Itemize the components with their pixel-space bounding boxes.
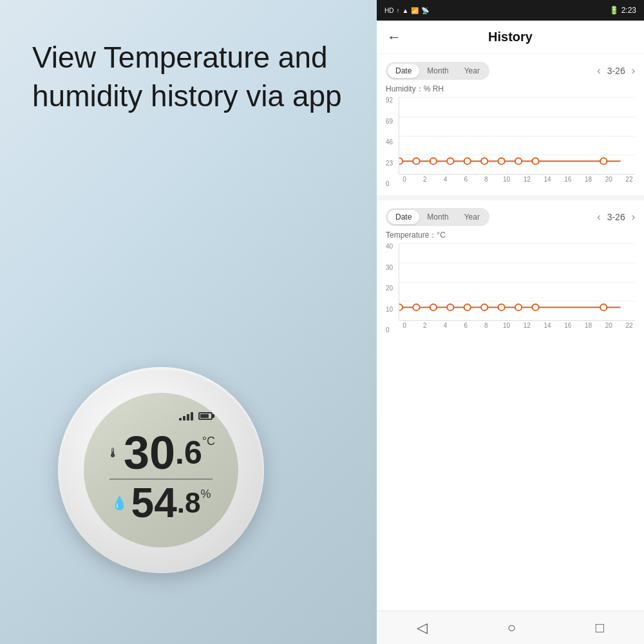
svg-point-18: [532, 304, 538, 310]
humidity-display: 💧 54 .8 %: [111, 482, 211, 524]
tab-year-temp[interactable]: Year: [457, 210, 488, 224]
humidity-x-axis: 0 2 4 6 8 10 12 14 16 18 20 22: [399, 176, 635, 183]
temperature-value: 30: [124, 430, 175, 476]
tx-16: 16: [564, 322, 573, 329]
app-header: ← History: [377, 21, 644, 54]
temperature-display: 🌡 30 .6 °C: [107, 430, 215, 476]
tab-month-temp[interactable]: Month: [419, 210, 456, 224]
temp-chart-grid: [399, 243, 635, 321]
tx-6: 6: [461, 322, 470, 329]
thermometer-icon: 🌡: [107, 446, 120, 460]
svg-point-8: [532, 158, 538, 164]
device-container: 🌡 30 .6 °C 💧 54 .8 %: [39, 348, 283, 592]
humidity-date-tabs[interactable]: Date Month Year: [386, 62, 489, 80]
tx-12: 12: [522, 322, 531, 329]
tx-2: 2: [421, 322, 430, 329]
recent-nav-button[interactable]: □: [596, 620, 604, 636]
ty-10: 10: [386, 307, 393, 313]
x-12: 12: [522, 176, 531, 183]
tx-18: 18: [583, 322, 592, 329]
x-8: 8: [482, 176, 491, 183]
temp-chart-controls: Date Month Year ‹ 3-26 ›: [386, 208, 635, 226]
back-button[interactable]: ←: [387, 29, 401, 46]
humidity-date-display: 3-26: [607, 66, 625, 76]
signal2-icon: 📶: [411, 7, 419, 14]
humidity-chart-grid: [399, 97, 635, 175]
x-6: 6: [461, 176, 470, 183]
temp-decimal: .6: [175, 437, 202, 469]
svg-point-11: [413, 304, 419, 310]
next-date-humidity[interactable]: ›: [632, 65, 635, 77]
signal1-icon: ↑: [396, 7, 399, 14]
tab-date-temp[interactable]: Date: [388, 210, 419, 224]
ty-40: 40: [386, 243, 393, 250]
hum-decimal: .8: [177, 489, 201, 517]
humidity-chart-area: 92 69 46 23 0: [399, 97, 635, 187]
wifi-icon: ▲: [402, 7, 408, 14]
x-4: 4: [440, 176, 450, 183]
svg-point-1: [413, 158, 419, 164]
device-outer: 🌡 30 .6 °C 💧 54 .8 %: [58, 367, 264, 573]
wifi2-icon: 📡: [421, 7, 429, 14]
hum-unit: %: [200, 488, 211, 501]
section-divider: [377, 195, 644, 200]
humidity-date-nav: ‹ 3-26 ›: [597, 65, 635, 77]
status-left: HD ↑ ▲ 📶 📡: [384, 7, 429, 14]
humidity-chart-controls: Date Month Year ‹ 3-26 ›: [386, 62, 635, 80]
left-panel: View Temperature and humidity history vi…: [0, 0, 380, 644]
y-label-69: 69: [386, 118, 393, 125]
x-22: 22: [625, 176, 634, 183]
bottom-nav: ◁ ○ □: [377, 611, 644, 644]
tx-20: 20: [604, 322, 613, 329]
tx-22: 22: [625, 322, 634, 329]
tab-date-humidity[interactable]: Date: [388, 64, 419, 78]
tab-year-humidity[interactable]: Year: [457, 64, 488, 78]
prev-date-temp[interactable]: ‹: [597, 211, 600, 223]
svg-point-6: [498, 158, 505, 164]
temp-y-axis: 40 30 20 10 0: [386, 243, 393, 334]
humidity-chart-label: Humidity：% RH: [386, 84, 635, 95]
svg-point-7: [515, 158, 522, 164]
svg-point-15: [481, 304, 488, 310]
temp-chart-area: 40 30 20 10 0: [399, 243, 635, 334]
tx-4: 4: [440, 322, 450, 329]
tx-14: 14: [543, 322, 552, 329]
temp-x-axis: 0 2 4 6 8 10 12 14 16 18 20 22: [399, 322, 635, 329]
battery-status-icon: 🔋: [609, 6, 619, 15]
temp-date-tabs[interactable]: Date Month Year: [386, 208, 489, 226]
status-bar: HD ↑ ▲ 📶 📡 🔋 2:23: [377, 0, 644, 21]
y-label-0: 0: [386, 181, 393, 187]
next-date-temp[interactable]: ›: [632, 211, 635, 223]
svg-point-16: [498, 304, 505, 310]
phone-screen: HD ↑ ▲ 📶 📡 🔋 2:23 ← History Date Month Y…: [377, 0, 644, 644]
app-title: History: [488, 30, 533, 44]
temp-unit: °C: [202, 435, 215, 448]
svg-point-4: [464, 158, 471, 164]
ty-30: 30: [386, 265, 393, 271]
home-nav-button[interactable]: ○: [507, 620, 516, 636]
svg-point-9: [600, 158, 607, 164]
back-nav-button[interactable]: ◁: [417, 620, 428, 636]
temp-date-display: 3-26: [607, 212, 625, 222]
svg-point-13: [447, 304, 453, 310]
temp-chart-label: Temperature：°C: [386, 230, 635, 241]
prev-date-humidity[interactable]: ‹: [597, 65, 600, 77]
device-screen: 🌡 30 .6 °C 💧 54 .8 %: [84, 393, 238, 547]
screen-top-icons: [179, 412, 213, 421]
drop-icon: 💧: [111, 495, 128, 511]
ty-0: 0: [386, 327, 393, 334]
tx-0: 0: [400, 322, 409, 329]
tx-10: 10: [502, 322, 511, 329]
svg-point-19: [600, 304, 607, 310]
headline-line2: humidity history via app: [32, 79, 342, 113]
headline-line1: View Temperature and: [32, 41, 328, 74]
ty-20: 20: [386, 285, 393, 292]
tab-month-humidity[interactable]: Month: [419, 64, 456, 78]
humidity-y-axis: 92 69 46 23 0: [386, 97, 393, 187]
temp-date-nav: ‹ 3-26 ›: [597, 211, 635, 223]
temp-line-svg: [399, 243, 635, 320]
svg-point-10: [399, 304, 402, 310]
svg-point-17: [515, 304, 522, 310]
network-icon: HD: [384, 7, 393, 14]
tx-8: 8: [482, 322, 491, 329]
